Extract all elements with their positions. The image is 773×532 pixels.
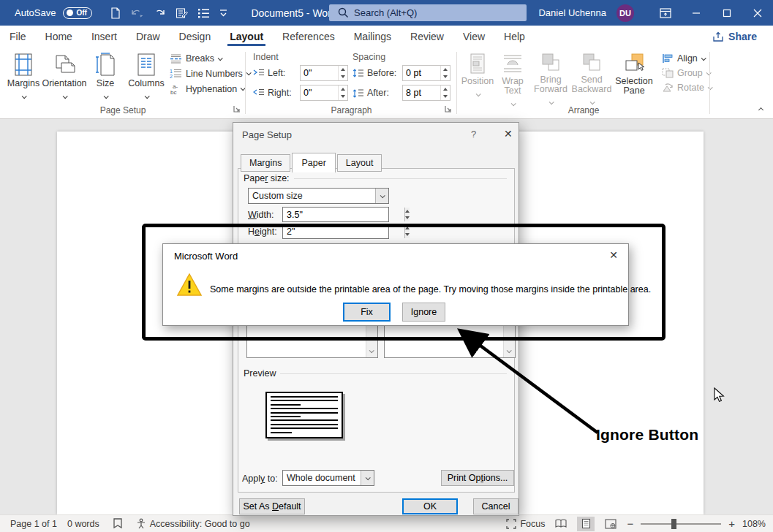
tab-design[interactable]: Design — [170, 26, 221, 48]
spin-up-icon[interactable] — [441, 66, 450, 73]
tab-file[interactable]: File — [0, 26, 36, 48]
paragraph-dialog-launcher[interactable] — [445, 104, 452, 115]
zoom-out-button[interactable]: − — [627, 517, 633, 530]
save-icon[interactable] — [110, 7, 121, 19]
spin-down-icon[interactable] — [441, 93, 450, 100]
indent-label: Indent — [253, 52, 348, 62]
spin-up-icon[interactable] — [441, 86, 450, 93]
indent-left-field — [300, 65, 348, 81]
margins-button[interactable]: Margins — [4, 50, 42, 101]
tab-paper[interactable]: Paper — [292, 153, 335, 172]
user-name[interactable]: Daniel Uchenna — [538, 7, 606, 18]
autosave-toggle[interactable]: Off — [63, 7, 92, 19]
undo-icon[interactable] — [130, 7, 143, 19]
close-icon[interactable]: ✕ — [609, 249, 618, 261]
breaks-button[interactable]: Breaks — [170, 53, 250, 64]
close-button[interactable] — [742, 0, 773, 26]
line-numbers-button[interactable]: 12 Line Numbers — [170, 68, 250, 79]
tab-mailings[interactable]: Mailings — [344, 26, 401, 48]
minimize-button[interactable] — [681, 0, 712, 26]
apply-to-select[interactable]: Whole document — [282, 470, 374, 486]
tab-insert[interactable]: Insert — [82, 26, 127, 48]
spacing-before-input[interactable] — [403, 66, 440, 80]
apply-to-label: Apply to: — [242, 474, 278, 484]
columns-button[interactable]: Columns — [127, 50, 165, 101]
tab-margins[interactable]: Margins — [241, 154, 290, 172]
maximize-button[interactable] — [712, 0, 742, 26]
tab-home[interactable]: Home — [36, 26, 82, 48]
annotation-label: Ignore Button — [596, 426, 698, 444]
page-setup-dialog-launcher[interactable] — [233, 104, 241, 115]
close-icon[interactable]: ✕ — [504, 128, 513, 140]
first-page-source-list[interactable] — [246, 322, 378, 358]
read-mode-button[interactable] — [552, 517, 570, 531]
avatar[interactable]: DU — [616, 4, 634, 22]
tab-references[interactable]: References — [273, 26, 344, 48]
accessibility-status[interactable]: Accessibility: Good to go — [136, 518, 250, 529]
customize-toolbar-icon[interactable] — [219, 9, 227, 18]
spin-down-icon[interactable] — [405, 232, 410, 239]
warning-message: Some margins are outside the printable a… — [210, 284, 651, 294]
ribbon-group-page-setup: Margins Orientation Size — [0, 48, 246, 118]
height-input[interactable] — [283, 224, 404, 238]
tab-help[interactable]: Help — [494, 26, 535, 48]
width-input[interactable] — [283, 208, 404, 221]
ribbon-display-options-icon[interactable] — [650, 0, 681, 26]
spin-up-icon[interactable] — [405, 224, 410, 232]
web-layout-button[interactable] — [602, 517, 619, 531]
chevron-down-icon[interactable] — [361, 471, 374, 485]
wrap-text-button: Wrap Text — [495, 50, 530, 108]
spin-up-icon[interactable] — [339, 86, 347, 93]
cancel-button[interactable]: Cancel — [473, 498, 519, 514]
scrollbar[interactable] — [503, 322, 515, 357]
redo-icon[interactable] — [153, 7, 166, 19]
page-indicator[interactable]: Page 1 of 1 — [10, 519, 57, 529]
focus-mode-button[interactable]: Focus — [506, 519, 545, 529]
zoom-level[interactable]: 108% — [742, 519, 766, 529]
spin-down-icon[interactable] — [339, 73, 347, 80]
margins-icon — [12, 53, 34, 77]
orientation-button[interactable]: Orientation — [45, 50, 83, 101]
spacing-before-icon — [352, 69, 364, 78]
help-icon[interactable]: ? — [471, 129, 476, 140]
hyphenation-button[interactable]: a-bc Hyphenation — [170, 83, 250, 94]
share-button[interactable]: Share — [706, 28, 763, 45]
spin-up-icon[interactable] — [339, 66, 347, 73]
ignore-button[interactable]: Ignore — [402, 303, 445, 322]
chevron-down-icon[interactable] — [375, 189, 388, 203]
edit-document-icon[interactable] — [176, 7, 188, 19]
fix-button[interactable]: Fix — [343, 303, 391, 322]
proofing-icon[interactable] — [113, 518, 123, 529]
other-pages-source-list[interactable] — [384, 322, 516, 358]
align-icon — [662, 53, 674, 64]
zoom-in-button[interactable]: + — [728, 517, 735, 530]
size-button[interactable]: Size — [86, 50, 124, 101]
collapse-ribbon-icon[interactable] — [759, 103, 763, 114]
spin-up-icon[interactable] — [405, 208, 410, 215]
set-as-default-button[interactable]: Set As Default — [239, 498, 305, 514]
tab-review[interactable]: Review — [401, 26, 453, 48]
tab-layout-dialog[interactable]: Layout — [337, 154, 382, 172]
paper-size-select[interactable]: Custom size — [248, 188, 389, 204]
word-count[interactable]: 0 words — [67, 519, 99, 529]
spacing-after-input[interactable] — [403, 86, 440, 100]
zoom-slider[interactable] — [641, 523, 721, 525]
tab-view[interactable]: View — [453, 26, 494, 48]
indent-right-input[interactable] — [301, 86, 338, 100]
print-layout-button[interactable] — [577, 517, 595, 531]
tab-layout[interactable]: Layout — [220, 26, 273, 48]
indent-left-input[interactable] — [301, 66, 338, 80]
zoom-slider-handle[interactable] — [671, 519, 676, 529]
indent-left-field-label: Left: — [268, 68, 297, 78]
spin-down-icon[interactable] — [339, 93, 347, 100]
print-options-button[interactable]: Print Options... — [441, 470, 514, 486]
ok-button[interactable]: OK — [402, 498, 458, 514]
bullet-list-icon[interactable] — [197, 7, 210, 18]
search-input[interactable]: Search (Alt+Q) — [329, 4, 527, 21]
tab-draw[interactable]: Draw — [127, 26, 170, 48]
spin-down-icon[interactable] — [441, 73, 450, 80]
align-button[interactable]: Align — [662, 53, 712, 64]
scrollbar[interactable] — [366, 322, 377, 357]
spin-down-icon[interactable] — [405, 215, 410, 222]
selection-pane-button[interactable]: Selection Pane — [614, 50, 655, 108]
